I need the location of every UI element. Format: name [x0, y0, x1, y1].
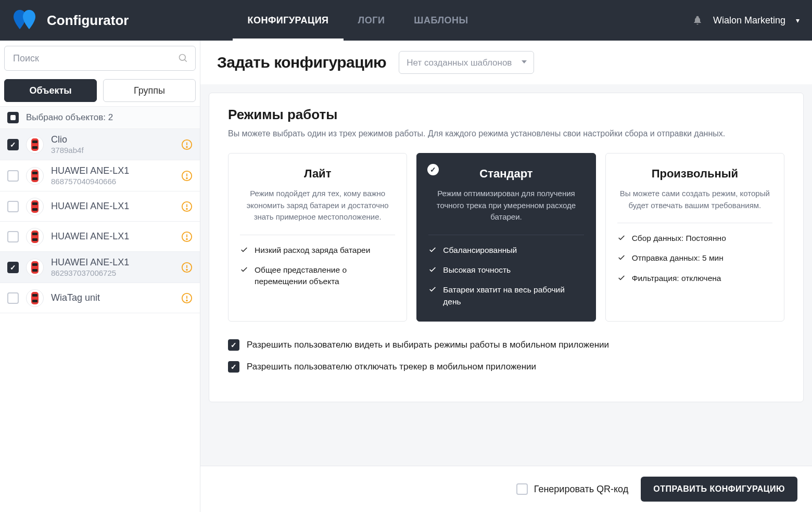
mode-description: Режим оптимизирован для получения точног…	[428, 188, 583, 235]
svg-rect-8	[31, 170, 39, 182]
svg-rect-28	[32, 269, 37, 272]
svg-rect-26	[31, 261, 39, 274]
svg-rect-10	[32, 177, 37, 180]
user-area: Wialon Marketing ▾	[692, 15, 800, 26]
mode-card[interactable]: ПроизвольныйВы можете сами создать режим…	[605, 153, 784, 322]
mode-feature: Фильтрация: отключена	[617, 273, 772, 284]
svg-rect-21	[32, 233, 37, 235]
car-icon	[26, 167, 44, 185]
search-input[interactable]	[4, 46, 196, 71]
footer: Генерировать QR-код ОТПРАВИТЬ КОНФИГУРАЦ…	[200, 466, 812, 512]
object-info: WiaTag unit	[51, 292, 174, 303]
modes-card: Режимы работы Вы можете выбрать один из …	[209, 93, 804, 402]
warning-icon	[181, 292, 193, 304]
object-info: HUAWEI ANE-LX1	[51, 231, 174, 242]
mode-feature: Низкий расход заряда батареи	[240, 245, 395, 256]
mode-feature: Сбор данных: Постоянно	[617, 233, 772, 244]
object-info: HUAWEI ANE-LX1	[51, 201, 174, 212]
svg-rect-16	[32, 208, 37, 211]
logo-icon	[12, 7, 39, 33]
nav-tab-config[interactable]: КОНФИГУРАЦИЯ	[233, 0, 343, 41]
object-name: HUAWEI ANE-LX1	[51, 201, 174, 212]
svg-rect-20	[31, 231, 39, 243]
modes-subtitle: Вы можете выбрать один из трех режимов р…	[228, 129, 784, 138]
warning-icon	[181, 170, 193, 182]
mode-feature: Общее представление о перемещении объект…	[240, 264, 395, 288]
main-panel: Задать конфигурацию Нет созданных шаблон…	[200, 41, 812, 512]
svg-point-19	[186, 208, 187, 209]
object-checkbox[interactable]	[7, 170, 19, 182]
permission-label: Разрешить пользователю отключать трекер …	[247, 362, 536, 372]
warning-icon	[181, 201, 193, 212]
warning-icon	[181, 262, 193, 273]
topbar: Configurator КОНФИГУРАЦИЯ ЛОГИ ШАБЛОНЫ W…	[0, 0, 812, 41]
object-row[interactable]: HUAWEI ANE-LX1862937037006725	[0, 252, 200, 283]
svg-rect-15	[32, 202, 37, 205]
mode-feature: Высокая точность	[428, 264, 583, 276]
svg-rect-27	[32, 263, 37, 266]
modes-row: ЛайтРежим подойдет для тех, кому важно э…	[228, 153, 784, 322]
object-row[interactable]: HUAWEI ANE-LX1	[0, 191, 200, 222]
main-header: Задать конфигурацию Нет созданных шаблон…	[200, 41, 812, 84]
object-row[interactable]: HUAWEI ANE-LX1	[0, 222, 200, 252]
object-name: HUAWEI ANE-LX1	[51, 165, 174, 176]
svg-point-7	[186, 146, 187, 147]
svg-point-31	[186, 269, 187, 270]
object-checkbox[interactable]	[7, 139, 19, 150]
object-row[interactable]: HUAWEI ANE-LX1868757040940666	[0, 160, 200, 191]
permissions: Разрешить пользователю видеть и выбирать…	[228, 339, 784, 373]
object-row[interactable]: WiaTag unit	[0, 283, 200, 313]
select-all-checkbox[interactable]	[7, 112, 19, 123]
object-checkbox[interactable]	[7, 262, 19, 273]
warning-icon	[181, 231, 193, 242]
object-list: Clio3789ab4fHUAWEI ANE-LX186875704094066…	[0, 129, 200, 512]
object-checkbox[interactable]	[7, 201, 19, 212]
object-checkbox[interactable]	[7, 231, 19, 242]
car-icon	[26, 289, 44, 307]
main-nav: КОНФИГУРАЦИЯ ЛОГИ ШАБЛОНЫ	[233, 0, 483, 41]
mode-feature: Батареи хватит на весь рабочий день	[428, 284, 583, 308]
car-icon	[26, 136, 44, 153]
send-config-button[interactable]: ОТПРАВИТЬ КОНФИГУРАЦИЮ	[641, 477, 797, 502]
qr-toggle[interactable]: Генерировать QR-код	[516, 483, 628, 495]
qr-checkbox[interactable]	[516, 483, 528, 495]
mode-card[interactable]: ЛайтРежим подойдет для тех, кому важно э…	[228, 153, 407, 322]
svg-point-25	[186, 238, 187, 239]
user-name[interactable]: Wialon Marketing	[713, 15, 785, 26]
sidebar: Объекты Группы Выбрано объектов: 2 Clio3…	[0, 41, 200, 512]
object-id: 3789ab4f	[51, 146, 174, 155]
template-select[interactable]: Нет созданных шаблонов	[399, 51, 534, 74]
svg-rect-34	[32, 300, 37, 302]
svg-rect-32	[31, 292, 39, 304]
tab-objects[interactable]: Объекты	[4, 79, 97, 102]
object-name: HUAWEI ANE-LX1	[51, 257, 174, 268]
brand-area: Configurator	[12, 7, 129, 33]
permission-checkbox[interactable]	[228, 339, 239, 351]
nav-tab-logs[interactable]: ЛОГИ	[344, 0, 400, 41]
notifications-icon[interactable]	[692, 15, 703, 25]
mode-feature: Отправка данных: 5 мин	[617, 252, 772, 264]
mode-description: Режим подойдет для тех, кому важно эконо…	[240, 188, 395, 235]
object-name: Clio	[51, 134, 174, 145]
svg-line-1	[185, 60, 187, 62]
tab-groups[interactable]: Группы	[103, 79, 196, 102]
object-row[interactable]: Clio3789ab4f	[0, 129, 200, 160]
select-all-bar: Выбрано объектов: 2	[0, 106, 200, 129]
permission-checkbox[interactable]	[228, 361, 239, 373]
mode-title: Стандарт	[428, 167, 583, 181]
svg-rect-9	[32, 172, 37, 174]
svg-rect-14	[31, 200, 39, 213]
selected-count: Выбрано объектов: 2	[26, 112, 113, 123]
permission-row: Разрешить пользователю отключать трекер …	[228, 361, 784, 373]
nav-tab-templates[interactable]: ШАБЛОНЫ	[399, 0, 483, 41]
mode-card[interactable]: СтандартРежим оптимизирован для получени…	[416, 153, 595, 322]
object-checkbox[interactable]	[7, 292, 19, 304]
svg-rect-33	[32, 294, 37, 297]
object-info: HUAWEI ANE-LX1862937037006725	[51, 257, 174, 277]
user-menu-chevron-icon[interactable]: ▾	[796, 16, 800, 24]
svg-rect-3	[32, 140, 37, 143]
object-info: HUAWEI ANE-LX1868757040940666	[51, 165, 174, 186]
object-name: WiaTag unit	[51, 292, 174, 303]
car-icon	[26, 228, 44, 246]
qr-label: Генерировать QR-код	[534, 484, 628, 495]
